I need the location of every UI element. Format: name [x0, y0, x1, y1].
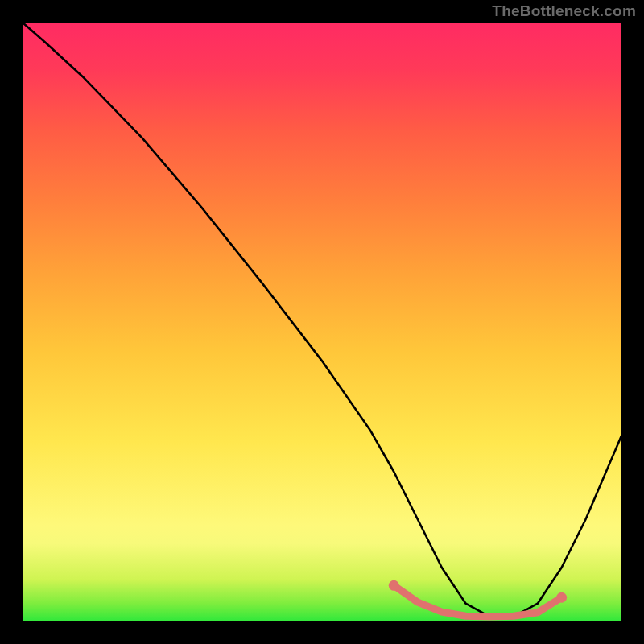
chart-plot	[23, 23, 621, 621]
optimal-zone-marker-right	[556, 592, 567, 603]
chart-svg	[23, 23, 621, 621]
watermark-text: TheBottleneck.com	[492, 2, 636, 20]
bottleneck-curve	[23, 23, 621, 617]
optimal-zone-curve	[394, 585, 561, 617]
optimal-zone-marker-left	[389, 580, 399, 591]
